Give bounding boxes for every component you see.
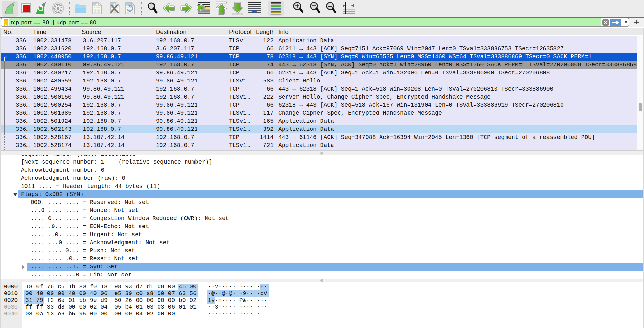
svg-text:01110: 01110	[94, 11, 100, 13]
